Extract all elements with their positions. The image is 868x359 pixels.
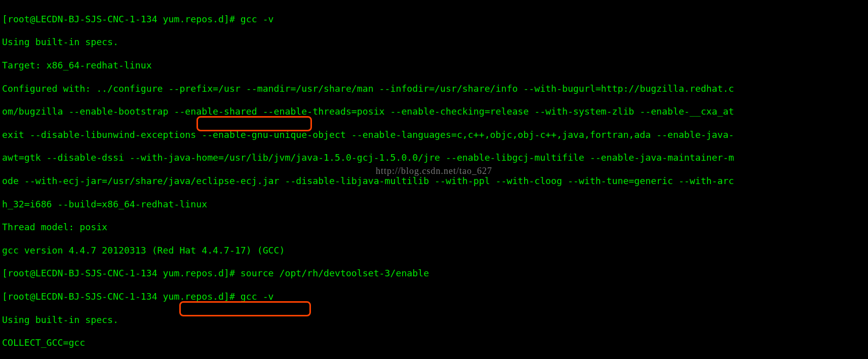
- gcc-output-line: Using built-in specs.: [2, 37, 866, 48]
- terminal-window[interactable]: [root@LECDN-BJ-SJS-CNC-1-134 yum.repos.d…: [0, 0, 868, 359]
- gcc-output-line: exit --disable-libunwind-exceptions --en…: [2, 129, 866, 141]
- gcc-output-line: om/bugzilla --enable-bootstrap --enable-…: [2, 106, 866, 118]
- shell-prompt-line: [root@LECDN-BJ-SJS-CNC-1-134 yum.repos.d…: [2, 291, 866, 303]
- gcc-output-line: Thread model: posix: [2, 222, 866, 233]
- shell-prompt-line: [root@LECDN-BJ-SJS-CNC-1-134 yum.repos.d…: [2, 14, 866, 25]
- gcc-output-line: Configured with: ../configure --prefix=/…: [2, 83, 866, 95]
- gcc-output-line: Target: x86_64-redhat-linux: [2, 60, 866, 71]
- gcc-output-line: ode --with-ecj-jar=/usr/share/java/eclip…: [2, 175, 866, 187]
- gcc-output-line: awt=gtk --disable-dssi --with-java-home=…: [2, 152, 866, 164]
- gcc-output-line: Using built-in specs.: [2, 314, 866, 326]
- shell-prompt-line: [root@LECDN-BJ-SJS-CNC-1-134 yum.repos.d…: [2, 268, 866, 279]
- gcc-output-line: COLLECT_GCC=gcc: [2, 337, 866, 349]
- gcc-version-line: gcc version 4.4.7 20120313 (Red Hat 4.4.…: [2, 245, 866, 257]
- gcc-output-line: h_32=i686 --build=x86_64-redhat-linux: [2, 199, 866, 210]
